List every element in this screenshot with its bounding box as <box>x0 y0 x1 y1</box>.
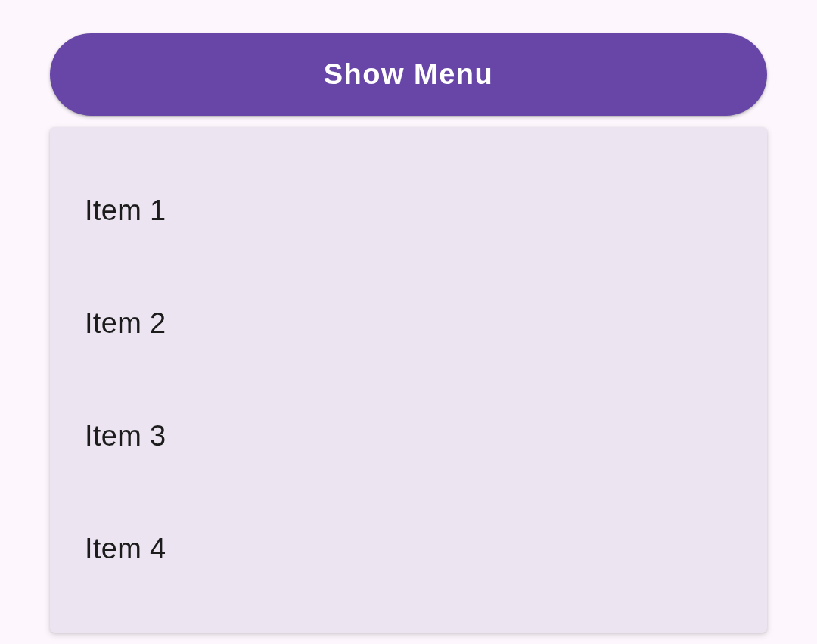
menu-item[interactable]: Item 4 <box>50 493 767 605</box>
menu-panel: Item 1 Item 2 Item 3 Item 4 <box>50 127 767 633</box>
menu-item[interactable]: Item 2 <box>50 267 767 380</box>
show-menu-button[interactable]: Show Menu <box>50 33 767 116</box>
menu-item[interactable]: Item 3 <box>50 380 767 493</box>
menu-item[interactable]: Item 1 <box>50 154 767 267</box>
